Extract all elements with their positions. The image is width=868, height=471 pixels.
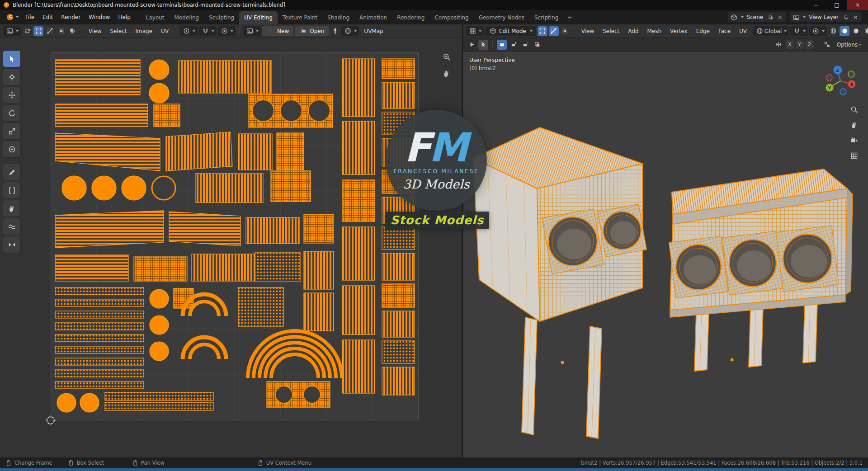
scene-selector[interactable]: Scene: [728, 12, 787, 22]
uv-map-name[interactable]: UVMap: [360, 27, 387, 36]
menu-help[interactable]: Help: [114, 12, 134, 22]
camera-view-button[interactable]: [849, 136, 859, 145]
menu-window[interactable]: Window: [85, 12, 114, 22]
select-extend-button[interactable]: [509, 40, 519, 50]
tool-move[interactable]: [3, 87, 20, 103]
new-scene-icon[interactable]: [766, 13, 774, 21]
vp-menu-vertex[interactable]: Vertex: [666, 27, 691, 36]
mirror-x-toggle[interactable]: X: [786, 40, 794, 49]
uv-2d-cursor[interactable]: [46, 415, 56, 425]
uv-menu-select[interactable]: Select: [106, 27, 130, 36]
snapping-dropdown-3d[interactable]: [790, 26, 808, 36]
proportional-editing-dropdown[interactable]: [218, 26, 236, 36]
options-menu[interactable]: Options: [834, 41, 864, 49]
uv-menu-view[interactable]: View: [85, 27, 105, 36]
new-image-button[interactable]: New: [262, 26, 293, 36]
gizmo-neg-z-axis[interactable]: [840, 89, 846, 95]
tool-rip-region[interactable]: [3, 182, 20, 198]
tab-shading[interactable]: Shading: [322, 11, 354, 24]
viewport-pan-button[interactable]: [849, 120, 859, 129]
minimize-button[interactable]: −: [806, 0, 826, 10]
tab-sculpting[interactable]: Sculpting: [204, 11, 239, 24]
tool-grab[interactable]: [3, 200, 20, 217]
mirror-z-toggle[interactable]: Z: [806, 40, 814, 49]
vp-menu-face[interactable]: Face: [715, 27, 734, 36]
select-mode-face[interactable]: [560, 26, 570, 36]
navigation-gizmo[interactable]: Z X Y: [824, 64, 857, 98]
uv-select-mode-vertex[interactable]: [33, 26, 43, 36]
viewport-zoom-button[interactable]: [849, 105, 859, 114]
blender-menu-button[interactable]: [4, 13, 21, 22]
select-set-button[interactable]: [497, 40, 507, 50]
tab-rendering[interactable]: Rendering: [392, 11, 429, 24]
select-intersect-button[interactable]: [532, 40, 542, 50]
vp-menu-mesh[interactable]: Mesh: [644, 27, 665, 36]
vp-menu-select[interactable]: Select: [599, 27, 623, 36]
close-button[interactable]: ×: [847, 0, 868, 10]
mode-selector[interactable]: Edit Mode: [485, 26, 536, 36]
tool-relax[interactable]: [3, 218, 20, 235]
vp-menu-uv[interactable]: UV: [736, 27, 750, 36]
uv-islands-graphic[interactable]: [51, 52, 419, 420]
proportional-editing-dropdown-3d[interactable]: [809, 26, 827, 36]
shading-wireframe-button[interactable]: [828, 26, 838, 36]
3d-models-graphic[interactable]: [463, 52, 867, 457]
add-workspace-button[interactable]: +: [563, 11, 576, 24]
uv-map-dropdown[interactable]: [341, 26, 359, 36]
vp-menu-add[interactable]: Add: [624, 27, 642, 36]
tool-pinch[interactable]: [3, 236, 20, 253]
tool-scale[interactable]: [3, 123, 20, 139]
menu-edit[interactable]: Edit: [38, 12, 57, 22]
tool-select-box[interactable]: [3, 51, 20, 67]
tab-compositing[interactable]: Compositing: [429, 11, 473, 24]
uv-menu-image[interactable]: Image: [132, 27, 156, 36]
tab-texture-paint[interactable]: Texture Paint: [278, 11, 322, 24]
toggle-ortho-button[interactable]: [849, 151, 859, 160]
active-tool-icon[interactable]: [478, 40, 488, 50]
remove-view-layer-icon[interactable]: [851, 13, 859, 21]
view-layer-selector[interactable]: View Layer: [790, 12, 862, 22]
select-mode-vertex[interactable]: [538, 26, 547, 36]
select-subtract-button[interactable]: [520, 40, 530, 50]
tool-annotate[interactable]: [3, 164, 20, 180]
viewport-editor-type-button[interactable]: [466, 26, 484, 36]
tab-modeling[interactable]: Modeling: [170, 11, 204, 24]
shading-material-button[interactable]: [851, 26, 861, 36]
unlink-scene-icon[interactable]: [776, 13, 784, 21]
menu-file[interactable]: File: [21, 12, 38, 22]
shading-rendered-button[interactable]: [862, 26, 868, 36]
shading-solid-button[interactable]: [840, 26, 849, 36]
tab-scripting[interactable]: Scripting: [529, 11, 563, 24]
tool-cursor[interactable]: [3, 69, 20, 85]
menu-render[interactable]: Render: [57, 12, 85, 22]
select-mode-edge[interactable]: [549, 26, 559, 36]
open-image-button[interactable]: Open: [295, 26, 329, 36]
uv-zoom-button[interactable]: [441, 52, 452, 62]
vp-menu-view[interactable]: View: [578, 27, 598, 36]
mirror-y-toggle[interactable]: Y: [796, 40, 804, 49]
uv-editor-type-button[interactable]: [3, 26, 21, 36]
tool-transform[interactable]: [3, 141, 20, 157]
uv-canvas[interactable]: [0, 38, 462, 457]
vp-menu-edge[interactable]: Edge: [693, 27, 713, 36]
uv-select-mode-island[interactable]: [67, 26, 77, 36]
maximize-button[interactable]: □: [826, 0, 847, 10]
browse-image-dropdown[interactable]: [243, 26, 261, 36]
uv-sync-selection-toggle[interactable]: [22, 26, 32, 36]
pin-image-toggle[interactable]: [330, 26, 340, 36]
toolbar-expand-button[interactable]: [467, 40, 476, 50]
snap-base-icon[interactable]: [822, 40, 832, 50]
uv-pan-button[interactable]: [441, 68, 452, 79]
tab-animation[interactable]: Animation: [354, 11, 392, 24]
uv-select-mode-edge[interactable]: [45, 26, 55, 36]
uv-menu-uv[interactable]: UV: [157, 27, 172, 36]
uv-select-mode-face[interactable]: [56, 26, 66, 36]
new-view-layer-icon[interactable]: [842, 13, 850, 21]
gizmo-neg-x-axis[interactable]: [826, 75, 832, 81]
snapping-dropdown[interactable]: [199, 26, 217, 36]
tab-uv-editing[interactable]: UV Editing: [239, 11, 278, 24]
gizmo-neg-y-axis[interactable]: [848, 71, 854, 77]
viewport-canvas[interactable]: User Perspective (0) bmst2 Z X Y: [463, 52, 868, 457]
transform-orientation-dropdown[interactable]: Global: [753, 26, 789, 36]
tool-rotate[interactable]: [3, 105, 20, 121]
